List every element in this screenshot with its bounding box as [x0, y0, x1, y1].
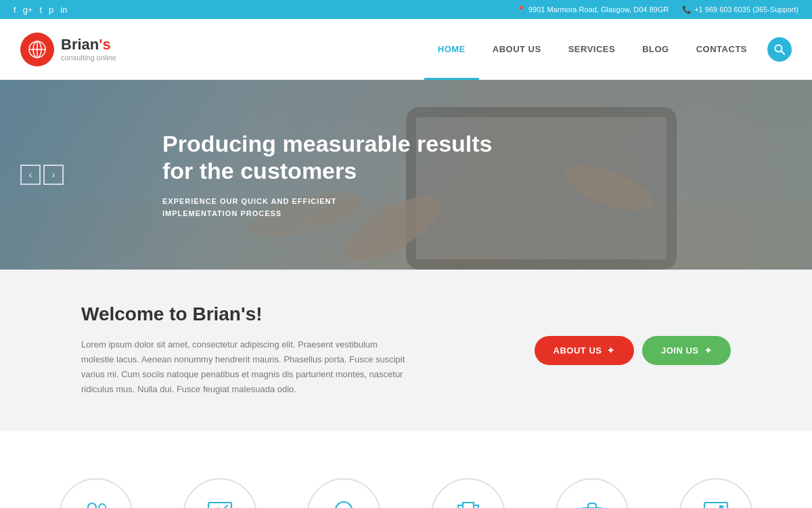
svg-line-5 [782, 51, 785, 54]
location-icon: 📍 [516, 5, 526, 14]
service-item-praesent: Praesent Lorem ipsum dolor sit amet, con… [289, 478, 399, 508]
service-item-consectetuer: Consectetuer Lorem ipsum dolor sit amet,… [41, 478, 151, 508]
phone-icon: 📞 [682, 5, 692, 14]
logo[interactable]: Brian's consulting online [20, 33, 116, 66]
services-grid: Consectetuer Lorem ipsum dolor sit amet,… [41, 478, 771, 508]
svg-rect-28 [704, 503, 727, 508]
service-icon-wrap-consectetuer [59, 478, 133, 508]
service-icon-wrap-vestibulum [431, 478, 505, 508]
service-item-adipiscing: Adipiscing elit Lorem ipsum dolor sit am… [164, 478, 275, 508]
phone-text: +1 969 603 6035 (365-Support) [694, 5, 798, 14]
nav-home[interactable]: HOME [424, 19, 479, 80]
service-icon-vestibulum [454, 499, 482, 508]
logo-icon [20, 33, 54, 66]
svg-point-15 [99, 504, 106, 508]
contact-info: 📍 9901 Marmora Road, Glasgow, D04 89GR 📞… [516, 5, 798, 14]
address-item: 📍 9901 Marmora Road, Glasgow, D04 89GR [516, 5, 669, 14]
main-nav: HOME ABOUT US SERVICES BLOG CONTACTS [424, 19, 792, 80]
about-us-label: ABOUT US [554, 345, 602, 356]
social-linkedin[interactable]: in [60, 5, 67, 15]
brand-tagline: consulting online [61, 54, 116, 62]
hero-title: Producing measurable results for the cus… [162, 130, 514, 186]
welcome-title: Welcome to Brian's! [81, 303, 508, 325]
social-links: f g+ t p in [14, 5, 67, 15]
welcome-section: Welcome to Brian's! Lorem ipsum dolor si… [0, 270, 812, 431]
service-icon-molestie [702, 499, 730, 508]
hero-section: Producing measurable results for the cus… [0, 80, 812, 270]
service-icon-libero [578, 499, 606, 508]
top-bar: f g+ t p in 📍 9901 Marmora Road, Glasgow… [0, 0, 812, 19]
nav-contacts[interactable]: CONTACTS [683, 19, 761, 80]
service-item-molestie: Molestie Lorem ipsum dolor sit amet, con… [661, 478, 771, 508]
about-us-button[interactable]: ABOUT US ✦ [535, 336, 634, 365]
logo-text: Brian's consulting online [61, 36, 116, 63]
header: Brian's consulting online HOME ABOUT US … [0, 19, 812, 80]
address-text: 9901 Marmora Road, Glasgow, D04 89GR [528, 5, 669, 14]
social-google[interactable]: g+ [23, 5, 33, 15]
join-us-icon: ✦ [704, 345, 713, 356]
social-twitter[interactable]: t [39, 5, 42, 15]
join-us-button[interactable]: JOIN US ✦ [642, 336, 731, 365]
welcome-text: Welcome to Brian's! Lorem ipsum dolor si… [81, 303, 508, 397]
service-icon-wrap-libero [555, 478, 629, 508]
social-pinterest[interactable]: p [49, 5, 53, 15]
service-icon-wrap-praesent [307, 478, 381, 508]
service-icon-consectetuer [82, 499, 110, 508]
welcome-description: Lorem ipsum dolor sit amet, consectetur … [81, 337, 406, 397]
about-us-icon: ✦ [607, 345, 615, 356]
services-section: Consectetuer Lorem ipsum dolor sit amet,… [0, 431, 812, 508]
svg-rect-31 [719, 505, 723, 508]
join-us-label: JOIN US [661, 345, 699, 356]
hero-content: Producing measurable results for the cus… [0, 130, 514, 220]
search-button[interactable] [767, 37, 792, 62]
service-icon-praesent [330, 499, 358, 508]
service-item-libero: Libero nisl Lorem ipsum dolor sit amet, … [537, 478, 647, 508]
service-icon-adipiscing [206, 499, 234, 508]
service-icon-wrap-molestie [679, 478, 753, 508]
hero-subtitle: EXPERIENCE OUR QUICK AND EFFICIENT IMPLE… [162, 196, 365, 219]
welcome-buttons: ABOUT US ✦ JOIN US ✦ [535, 336, 731, 365]
social-facebook[interactable]: f [14, 5, 16, 15]
phone-item: 📞 +1 969 603 6035 (365-Support) [682, 5, 798, 14]
brand-name: Brian's [61, 36, 116, 54]
service-icon-wrap-adipiscing [183, 478, 257, 508]
nav-services[interactable]: SERVICES [555, 19, 629, 80]
service-item-vestibulum: Vestibulum Lorem ipsum dolor sit amet, c… [413, 478, 523, 508]
svg-point-14 [88, 503, 96, 508]
nav-blog[interactable]: BLOG [629, 19, 683, 80]
nav-about[interactable]: ABOUT US [479, 19, 555, 80]
svg-point-12 [559, 156, 660, 221]
